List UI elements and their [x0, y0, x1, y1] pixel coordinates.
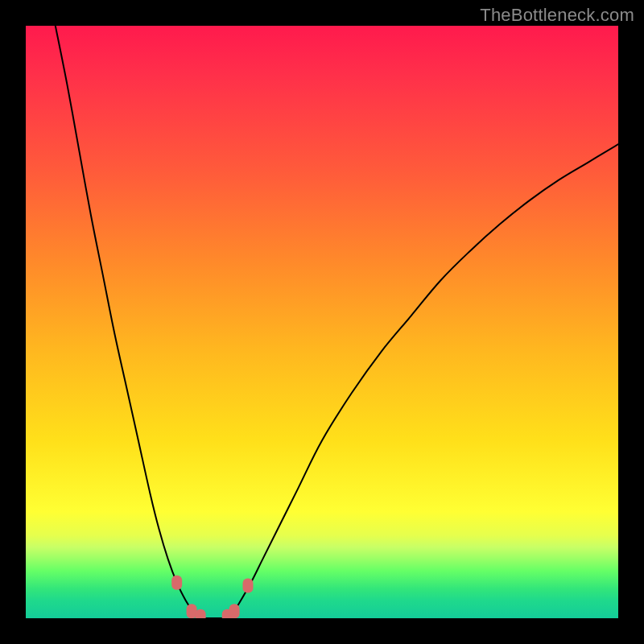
marker-5 — [243, 579, 254, 593]
marker-3 — [222, 609, 233, 618]
marker-1 — [187, 604, 197, 618]
marker-4 — [229, 604, 240, 618]
chart-lines — [56, 26, 618, 618]
series-right-curve — [227, 144, 618, 618]
chart-overlay-svg — [26, 26, 618, 618]
marker-0 — [171, 576, 182, 590]
watermark-text: TheBottleneck.com — [480, 5, 634, 26]
chart-plot-area — [26, 26, 618, 618]
chart-frame: TheBottleneck.com — [0, 0, 644, 644]
marker-2 — [196, 609, 206, 618]
series-left-curve — [56, 26, 204, 618]
chart-markers — [171, 576, 253, 618]
